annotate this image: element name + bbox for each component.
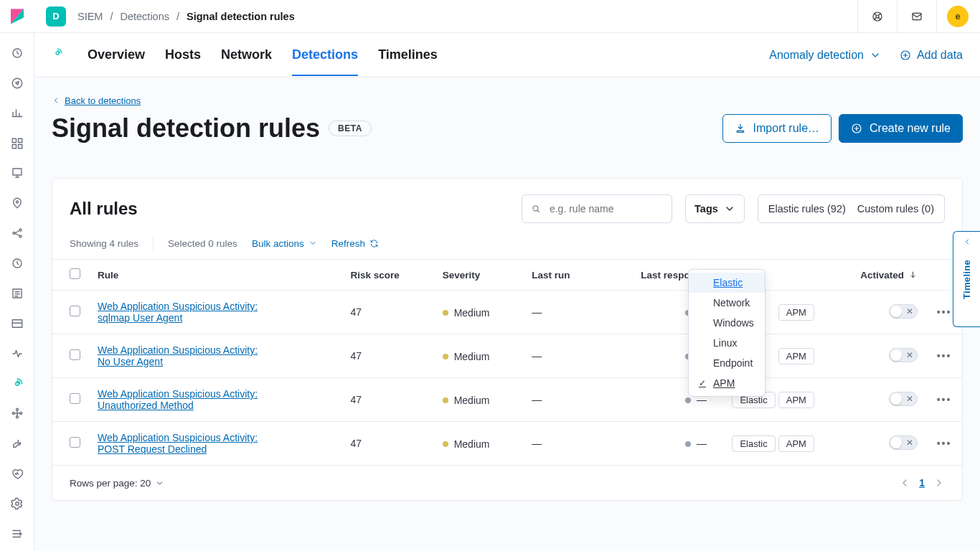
- tag-badge: APM: [778, 435, 814, 452]
- col-rule[interactable]: Rule: [89, 260, 342, 291]
- page-prev-icon[interactable]: [899, 477, 910, 489]
- cell-tags: ElasticAPM: [715, 422, 823, 466]
- cell-last-run: —: [523, 334, 600, 378]
- bulk-actions-menu[interactable]: Bulk actions: [252, 238, 317, 249]
- row-actions-menu[interactable]: •••: [937, 394, 952, 405]
- cell-severity: Medium: [443, 395, 490, 406]
- newsfeed-icon[interactable]: [908, 7, 926, 26]
- tag-option[interactable]: ✓APM: [689, 373, 765, 393]
- tag-option[interactable]: Network: [689, 293, 765, 313]
- breadcrumb: SIEM / Detections / Signal detection rul…: [77, 11, 295, 22]
- rule-link[interactable]: Web Application Suspicious Activity: No …: [98, 344, 263, 367]
- filter-custom-rules[interactable]: Custom rules (0): [857, 203, 934, 215]
- tag-option[interactable]: Linux: [689, 333, 765, 353]
- svg-point-3: [876, 15, 879, 18]
- nav-siem-icon[interactable]: [10, 377, 24, 391]
- page-number[interactable]: 1: [919, 477, 925, 489]
- activated-toggle[interactable]: ✕: [889, 392, 918, 406]
- table-row: Web Application Suspicious Activity: Una…: [52, 378, 962, 422]
- cell-last-run: —: [523, 291, 600, 334]
- tag-badge: APM: [778, 348, 814, 364]
- breadcrumb-detections[interactable]: Detections: [120, 11, 169, 22]
- create-rule-button[interactable]: Create new rule: [839, 114, 963, 143]
- row-checkbox[interactable]: [70, 349, 80, 360]
- chevron-down-icon: [870, 50, 881, 61]
- avatar[interactable]: e: [947, 6, 969, 27]
- svg-point-12: [16, 201, 18, 203]
- import-rule-button[interactable]: Import rule…: [722, 114, 831, 143]
- cell-severity: Medium: [443, 351, 490, 362]
- row-checkbox[interactable]: [70, 393, 80, 404]
- breadcrumb-siem[interactable]: SIEM: [77, 11, 103, 22]
- search-input-wrapper[interactable]: [522, 194, 672, 223]
- kibana-logo[interactable]: [0, 0, 34, 33]
- help-icon[interactable]: [868, 7, 887, 26]
- nav-visualize-icon[interactable]: [10, 106, 24, 121]
- chevron-left-icon: [52, 96, 60, 105]
- nav-canvas-icon[interactable]: [10, 166, 24, 181]
- col-risk[interactable]: Risk score: [342, 260, 434, 291]
- refresh-icon: [369, 239, 379, 248]
- row-checkbox[interactable]: [70, 306, 80, 316]
- page-next-icon[interactable]: [933, 477, 945, 489]
- activated-toggle[interactable]: ✕: [889, 435, 918, 450]
- nav-ml-icon[interactable]: [10, 226, 24, 240]
- rules-source-filter[interactable]: Elastic rules (92) Custom rules (0): [758, 194, 945, 223]
- svg-rect-18: [12, 320, 22, 328]
- refresh-button[interactable]: Refresh: [331, 238, 379, 249]
- rule-link[interactable]: Web Application Suspicious Activity: sql…: [98, 301, 263, 324]
- filter-elastic-rules[interactable]: Elastic rules (92): [768, 203, 846, 215]
- rows-per-page[interactable]: Rows per page: 20: [70, 478, 164, 489]
- timeline-flyout-toggle[interactable]: Timeline: [953, 231, 980, 327]
- nav-devtools-icon[interactable]: [10, 436, 24, 451]
- chevron-down-icon: [724, 203, 735, 215]
- nav-maps-icon[interactable]: [10, 196, 24, 210]
- add-data-button[interactable]: Add data: [900, 49, 963, 62]
- nav-recent-icon[interactable]: [10, 46, 24, 60]
- tab-timelines[interactable]: Timelines: [378, 34, 438, 75]
- tag-option[interactable]: Windows: [689, 313, 765, 333]
- back-link[interactable]: Back to detections: [52, 95, 141, 106]
- tab-network[interactable]: Network: [221, 34, 272, 75]
- row-actions-menu[interactable]: •••: [937, 350, 952, 362]
- search-input[interactable]: [548, 202, 663, 215]
- col-activated[interactable]: Activated: [823, 260, 926, 291]
- tag-option[interactable]: Elastic: [689, 273, 765, 293]
- tag-badge: Elastic: [732, 435, 775, 452]
- space-badge[interactable]: D: [46, 6, 66, 27]
- tags-filter-button[interactable]: Tags: [685, 194, 745, 223]
- row-actions-menu[interactable]: •••: [937, 438, 952, 449]
- rule-link[interactable]: Web Application Suspicious Activity: Una…: [98, 388, 263, 411]
- nav-apm-icon[interactable]: [10, 316, 24, 331]
- nav-dashboard-icon[interactable]: [10, 136, 24, 151]
- nav-uptime-icon[interactable]: [10, 347, 24, 361]
- table-row: Web Application Suspicious Activity: sql…: [52, 291, 962, 334]
- nav-metrics-icon[interactable]: [10, 256, 24, 270]
- rule-link[interactable]: Web Application Suspicious Activity: POS…: [98, 432, 263, 455]
- tab-overview[interactable]: Overview: [88, 34, 145, 75]
- nav-logs-icon[interactable]: [10, 286, 24, 301]
- nav-graph-icon[interactable]: [10, 407, 24, 421]
- import-icon: [735, 123, 746, 134]
- col-severity[interactable]: Severity: [434, 260, 524, 291]
- tab-detections[interactable]: Detections: [292, 34, 358, 75]
- nav-settings-icon[interactable]: [10, 496, 24, 511]
- tags-popover[interactable]: ElasticNetworkWindowsLinuxEndpoint✓APM: [688, 269, 765, 397]
- select-all-checkbox[interactable]: [70, 268, 80, 279]
- activated-toggle[interactable]: ✕: [889, 304, 918, 319]
- nav-monitoring-icon[interactable]: [10, 466, 24, 481]
- tag-option[interactable]: Endpoint: [689, 353, 765, 373]
- tab-hosts[interactable]: Hosts: [165, 34, 201, 75]
- activated-toggle[interactable]: ✕: [889, 348, 918, 362]
- cell-risk: 47: [342, 334, 434, 378]
- nav-compass-icon[interactable]: [10, 76, 24, 90]
- row-checkbox[interactable]: [70, 437, 80, 448]
- anomaly-detection-menu[interactable]: Anomaly detection: [769, 49, 881, 62]
- chevron-left-icon: [963, 237, 971, 246]
- svg-point-24: [15, 502, 19, 506]
- svg-rect-7: [12, 138, 16, 142]
- row-actions-menu[interactable]: •••: [937, 306, 952, 318]
- nav-collapse-icon[interactable]: [10, 527, 24, 541]
- cell-last-run: —: [523, 378, 600, 422]
- col-last-run[interactable]: Last run: [523, 260, 600, 291]
